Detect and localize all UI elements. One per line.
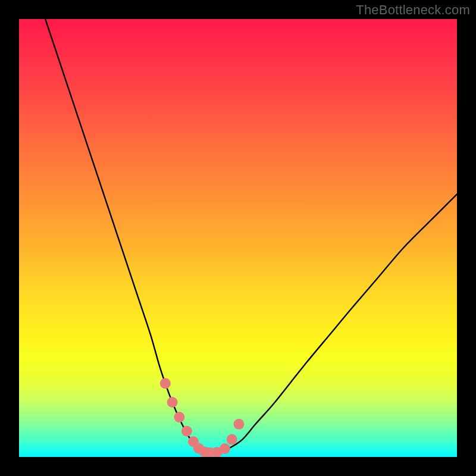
valley-marker (227, 434, 237, 445)
curve-layer (19, 19, 457, 457)
valley-marker (233, 419, 244, 430)
valley-marker (167, 397, 178, 408)
valley-marker (220, 443, 230, 454)
watermark-text: TheBottleneck.com (356, 2, 470, 18)
bottleneck-curve (45, 19, 457, 453)
chart-frame: TheBottleneck.com (0, 0, 476, 476)
valley-markers (160, 378, 245, 457)
valley-marker (181, 426, 192, 437)
plot-area (19, 19, 457, 457)
valley-marker (160, 378, 171, 389)
valley-marker (174, 412, 184, 422)
